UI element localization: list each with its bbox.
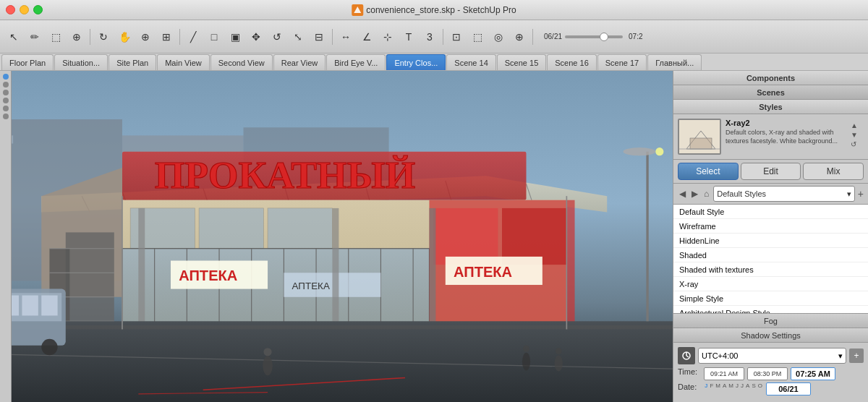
tool-paint[interactable]: ⊕ [67, 27, 86, 46]
nav-home[interactable]: ⌂ [702, 187, 710, 200]
style-item-shaded[interactable]: Shaded [673, 248, 868, 262]
svg-marker-0 [354, 7, 361, 13]
month-m2[interactable]: M [728, 382, 734, 395]
components-header[interactable]: Components [673, 71, 868, 85]
tab-scene15[interactable]: Scene 15 [497, 54, 546, 70]
tab-scene14[interactable]: Scene 14 [446, 54, 495, 70]
tab-scene16[interactable]: Scene 16 [547, 54, 596, 70]
tool-orbit[interactable]: ↻ [94, 27, 113, 46]
month-m1[interactable]: M [715, 382, 721, 395]
style-item-wireframe[interactable]: Wireframe [673, 219, 868, 234]
tool-pan[interactable]: ✋ [115, 27, 134, 46]
months-selector: J F M A M J J A S O [704, 382, 763, 395]
indicator-4[interactable] [3, 98, 9, 103]
tab-situation[interactable]: Situation... [54, 54, 108, 70]
timeline-slider[interactable]: 06/21 07:2 [541, 33, 643, 40]
svg-rect-24 [268, 208, 332, 249]
slider-track[interactable] [565, 35, 623, 38]
tool-eraser[interactable]: ⬚ [46, 27, 65, 46]
styles-header[interactable]: Styles [673, 100, 868, 114]
svg-point-66 [522, 353, 530, 371]
tool-zoom[interactable]: ⊕ [136, 27, 155, 46]
nav-add[interactable]: + [858, 188, 864, 200]
tab-select[interactable]: Select [678, 163, 739, 180]
indicator-1[interactable] [3, 74, 9, 80]
tool-lookaround[interactable]: ◎ [489, 27, 508, 46]
tool-line[interactable]: ╱ [184, 27, 203, 46]
month-o[interactable]: O [757, 382, 763, 395]
svg-rect-36 [433, 208, 498, 265]
style-item-architectural[interactable]: Architectural Design Style [673, 306, 868, 313]
tool-text[interactable]: T [399, 27, 418, 46]
tab-rear-view[interactable]: Rear View [273, 54, 326, 70]
tab-mix[interactable]: Mix [803, 163, 864, 180]
nav-forward[interactable]: ▶ [690, 187, 699, 200]
scroll-refresh[interactable]: ↺ [851, 140, 862, 148]
tool-angle[interactable]: ∠ [357, 27, 376, 46]
fog-bar[interactable]: Fog [673, 314, 868, 328]
traffic-lights [6, 5, 43, 14]
tool-rotate[interactable]: ↺ [268, 27, 286, 46]
tab-main-ru[interactable]: Главный... [647, 54, 702, 70]
indicator-2[interactable] [3, 82, 9, 87]
style-item-shaded-textures[interactable]: Shaded with textures [673, 262, 868, 277]
style-item-xray[interactable]: X-ray [673, 277, 868, 291]
tool-section[interactable]: ⊡ [447, 27, 466, 46]
scroll-down[interactable]: ▼ [851, 131, 862, 139]
viewport[interactable]: ПРОКАТНЫЙ [0, 71, 673, 402]
style-item-simple[interactable]: Simple Style [673, 291, 868, 306]
timezone-add[interactable]: + [849, 348, 864, 363]
sep2 [179, 29, 180, 45]
tab-site-plan[interactable]: Site Plan [109, 54, 156, 70]
month-j3[interactable]: J [740, 382, 744, 395]
scroll-up[interactable]: ▲ [851, 121, 862, 129]
tool-pencil[interactable]: ✏ [25, 27, 44, 46]
month-f[interactable]: F [709, 382, 714, 395]
tool-cursor[interactable]: ↖ [4, 27, 23, 46]
scenes-header[interactable]: Scenes [673, 85, 868, 100]
timezone-dropdown[interactable]: UTC+4:00 ▾ [698, 348, 846, 364]
month-j1[interactable]: J [704, 382, 708, 395]
tab-entry-close[interactable]: Entry Clos... [386, 54, 446, 70]
tool-move[interactable]: ✥ [247, 27, 265, 46]
tool-scale[interactable]: ⤡ [289, 27, 307, 46]
tool-3dtext[interactable]: 3 [420, 27, 439, 46]
style-dropdown[interactable]: Default Styles ▾ [713, 186, 855, 202]
tab-bird-eye[interactable]: Bird Eye V... [326, 54, 386, 70]
tool-offset[interactable]: ⊟ [310, 27, 328, 46]
sep5 [532, 29, 533, 45]
month-s[interactable]: S [751, 382, 756, 395]
tool-section2[interactable]: ⬚ [468, 27, 487, 46]
indicator-6[interactable] [3, 114, 9, 119]
minimize-button[interactable] [20, 5, 29, 14]
tab-edit[interactable]: Edit [741, 163, 801, 180]
tab-floor-plan[interactable]: Floor Plan [1, 54, 54, 70]
tool-axes[interactable]: ⊹ [378, 27, 397, 46]
month-a1[interactable]: A [722, 382, 727, 395]
tool-tape[interactable]: ↔ [336, 27, 355, 46]
tab-second-view[interactable]: Second View [210, 54, 273, 70]
month-a2[interactable]: A [745, 382, 750, 395]
nav-back[interactable]: ◀ [678, 187, 687, 200]
time-start-input[interactable]: 09:21 AM [704, 367, 744, 380]
close-button[interactable] [6, 5, 15, 14]
indicator-5[interactable] [3, 106, 9, 111]
tab-scene17[interactable]: Scene 17 [597, 54, 647, 70]
style-item-default[interactable]: Default Style [673, 205, 868, 219]
sep1 [90, 29, 90, 45]
tool-walkthrough[interactable]: ⊕ [510, 27, 529, 46]
slider-thumb[interactable] [600, 33, 608, 41]
svg-point-64 [263, 356, 272, 375]
shadow-bar[interactable]: Shadow Settings [673, 328, 868, 343]
tab-main-view[interactable]: Main View [157, 54, 210, 70]
svg-point-63 [41, 339, 57, 355]
time-end-input[interactable]: 08:30 PM [747, 367, 788, 380]
indicator-3[interactable] [3, 90, 9, 95]
style-item-hiddenline[interactable]: HiddenLine [673, 234, 868, 248]
maximize-button[interactable] [33, 5, 43, 14]
style-list[interactable]: Default Style Wireframe HiddenLine Shade… [673, 205, 868, 313]
tool-push[interactable]: ▣ [226, 27, 244, 46]
tool-zoomwin[interactable]: ⊞ [157, 27, 176, 46]
tool-rect[interactable]: □ [205, 27, 224, 46]
month-j2[interactable]: J [735, 382, 739, 395]
